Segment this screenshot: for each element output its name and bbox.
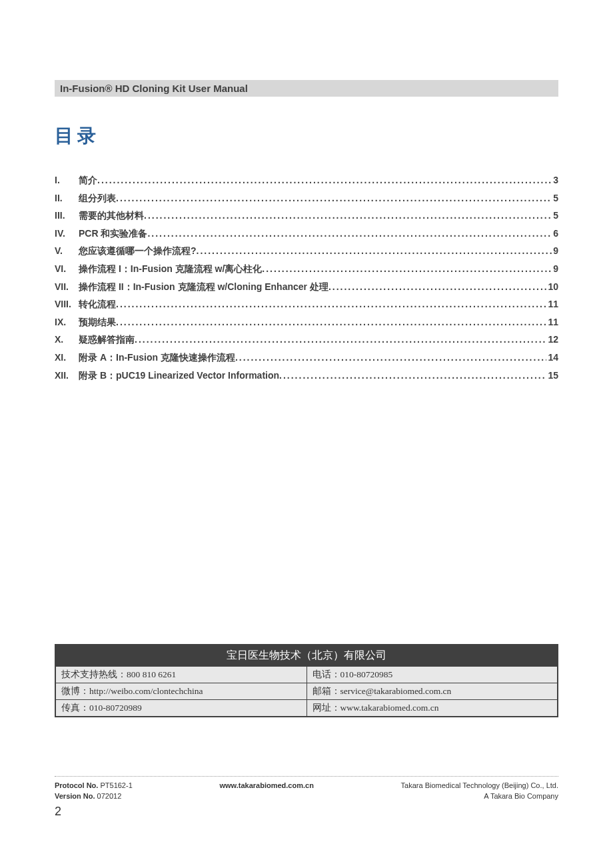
- toc-item: V.您应该遵循哪一个操作流程?9: [55, 242, 558, 260]
- toc-page: 11: [546, 295, 558, 313]
- toc-item: VIII.转化流程11: [55, 295, 558, 313]
- contact-value: http://weibo.com/clontechchina: [89, 686, 203, 696]
- toc-page: 15: [546, 367, 558, 385]
- toc-num: II.: [55, 189, 79, 207]
- toc-page: 9: [552, 242, 558, 260]
- footer-center: www.takarabiomed.com.cn: [133, 781, 401, 801]
- toc-label: 组分列表: [79, 189, 116, 207]
- toc-item: III.需要的其他材料5: [55, 207, 558, 225]
- toc-dots: [116, 189, 552, 207]
- toc-item: XI.附录 A：In-Fusion 克隆快速操作流程14: [55, 349, 558, 367]
- toc-dots: [279, 367, 546, 385]
- toc-num: VIII.: [55, 295, 79, 313]
- footer-right: Takara Biomedical Technology (Beijing) C…: [401, 781, 558, 801]
- contact-label: 传真：: [61, 703, 89, 713]
- toc-dots: [116, 295, 546, 313]
- toc-label: 简介: [79, 171, 97, 189]
- toc-dots: [97, 171, 552, 189]
- protocol-value: PT5162-1: [100, 781, 132, 789]
- company-name: 宝日医生物技术（北京）有限公司: [55, 645, 558, 667]
- toc-item: IV.PCR 和实验准备6: [55, 225, 558, 243]
- toc-num: I.: [55, 171, 79, 189]
- toc-page: 11: [546, 313, 558, 331]
- toc-num: X.: [55, 331, 79, 349]
- toc-item: VII.操作流程 II：In-Fusion 克隆流程 w/Cloning Enh…: [55, 278, 558, 296]
- contact-cell: 电话：010-80720985: [306, 667, 558, 683]
- contact-value: 010-80720989: [89, 703, 142, 713]
- toc-dots: [235, 349, 547, 367]
- toc-label: 操作流程 II：In-Fusion 克隆流程 w/Cloning Enhance…: [79, 278, 328, 296]
- toc-label: 操作流程 I：In-Fusion 克隆流程 w/离心柱化: [79, 260, 262, 278]
- toc-num: V.: [55, 242, 79, 260]
- toc-item: IX.预期结果11: [55, 313, 558, 331]
- toc-page: 14: [546, 349, 558, 367]
- protocol-label: Protocol No.: [55, 781, 98, 789]
- contact-value: www.takarabiomed.com.cn: [340, 703, 439, 713]
- contact-cell: 技术支持热线：800 810 6261: [55, 667, 306, 683]
- footer-divider: [55, 776, 558, 777]
- toc-dots: [116, 313, 546, 331]
- toc-item: II.组分列表5: [55, 189, 558, 207]
- page-number: 2: [55, 805, 61, 819]
- version-label: Version No.: [55, 792, 95, 800]
- contact-value: service@takarabiomed.com.cn: [340, 686, 452, 696]
- page-footer: Protocol No. PT5162-1 Version No. 072012…: [55, 776, 558, 801]
- footer-company: Takara Biomedical Technology (Beijing) C…: [401, 781, 558, 791]
- toc-page: 10: [546, 278, 558, 296]
- toc-item: I.简介3: [55, 171, 558, 189]
- version-value: 072012: [97, 792, 122, 800]
- toc-dots: [144, 207, 552, 225]
- toc-dots: [197, 242, 552, 260]
- toc-label: 附录 B：pUC19 Linearized Vector Information: [79, 367, 279, 385]
- toc-dots: [262, 260, 552, 278]
- footer-left: Protocol No. PT5162-1 Version No. 072012: [55, 781, 133, 801]
- contact-cell: 微博：http://weibo.com/clontechchina: [55, 683, 306, 700]
- toc-label: 您应该遵循哪一个操作流程?: [79, 242, 197, 260]
- contact-cell: 传真：010-80720989: [55, 700, 306, 717]
- toc-dots: [328, 278, 547, 296]
- toc-label: 附录 A：In-Fusion 克隆快速操作流程: [79, 349, 235, 367]
- contact-value: 800 810 6261: [127, 669, 176, 679]
- contact-value: 010-80720985: [340, 669, 393, 679]
- toc-item: VI.操作流程 I：In-Fusion 克隆流程 w/离心柱化9: [55, 260, 558, 278]
- toc-label: 需要的其他材料: [79, 207, 144, 225]
- toc-num: XI.: [55, 349, 79, 367]
- toc-num: VI.: [55, 260, 79, 278]
- contact-table: 宝日医生物技术（北京）有限公司 技术支持热线：800 810 6261 电话：0…: [55, 644, 558, 717]
- toc-page: 5: [552, 207, 558, 225]
- toc-label: 疑惑解答指南: [79, 331, 135, 349]
- contact-label: 技术支持热线：: [61, 669, 127, 679]
- contact-cell: 网址：www.takarabiomed.com.cn: [306, 700, 558, 717]
- contact-label: 网址：: [312, 703, 340, 713]
- toc-num: IX.: [55, 313, 79, 331]
- contact-cell: 邮箱：service@takarabiomed.com.cn: [306, 683, 558, 700]
- toc-page: 12: [546, 331, 558, 349]
- toc-label: 转化流程: [79, 295, 116, 313]
- toc-page: 5: [552, 189, 558, 207]
- toc-page: 9: [552, 260, 558, 278]
- contact-label: 微博：: [61, 686, 89, 696]
- toc-num: VII.: [55, 278, 79, 296]
- toc-num: IV.: [55, 225, 79, 243]
- toc-item: XII.附录 B：pUC19 Linearized Vector Informa…: [55, 367, 558, 385]
- toc-num: XII.: [55, 367, 79, 385]
- document-header: In-Fusion® HD Cloning Kit User Manual: [55, 80, 558, 97]
- contact-label: 电话：: [312, 669, 340, 679]
- toc-label: PCR 和实验准备: [79, 225, 147, 243]
- contact-label: 邮箱：: [312, 686, 340, 696]
- toc-heading: 目录: [55, 123, 558, 149]
- footer-subline: A Takara Bio Company: [401, 791, 558, 801]
- toc-page: 3: [552, 171, 558, 189]
- toc-list: I.简介3 II.组分列表5 III.需要的其他材料5 IV.PCR 和实验准备…: [55, 171, 558, 384]
- document-title: In-Fusion® HD Cloning Kit User Manual: [60, 83, 248, 94]
- toc-item: X.疑惑解答指南12: [55, 331, 558, 349]
- toc-page: 6: [552, 225, 558, 243]
- toc-label: 预期结果: [79, 313, 116, 331]
- toc-dots: [147, 225, 552, 243]
- toc-dots: [135, 331, 546, 349]
- toc-num: III.: [55, 207, 79, 225]
